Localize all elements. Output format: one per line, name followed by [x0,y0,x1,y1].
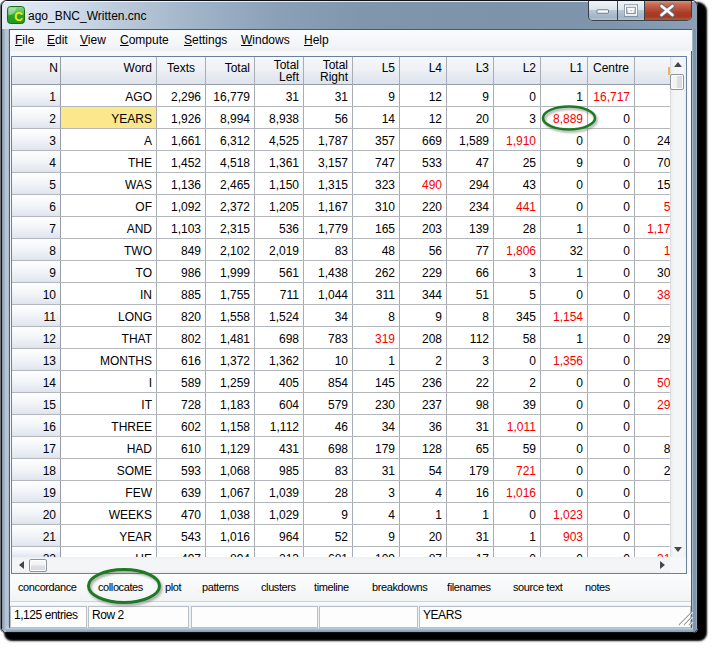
svg-text:C: C [14,10,23,24]
